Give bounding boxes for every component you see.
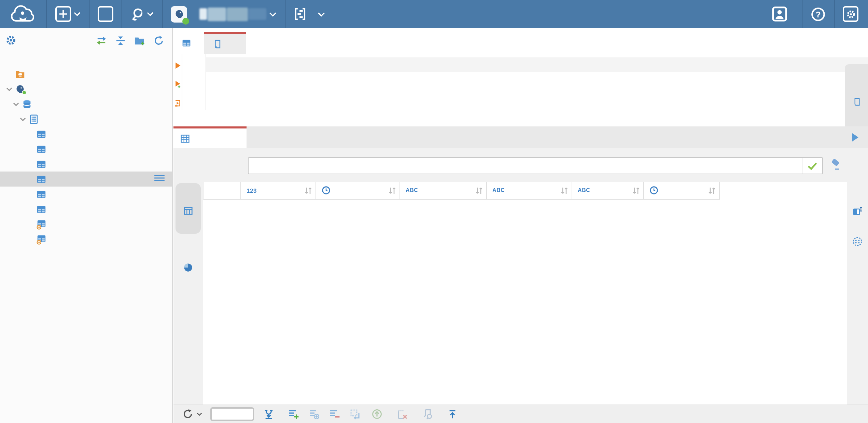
save-button[interactable] [372, 409, 386, 420]
tab-value-panel[interactable] [847, 202, 868, 217]
driver-manager-button[interactable] [122, 0, 162, 28]
refresh-icon [182, 409, 193, 420]
add-row-button[interactable] [288, 409, 299, 420]
item-menu-icon[interactable] [154, 174, 165, 182]
tab-sql-editor-panel[interactable] [845, 64, 868, 134]
tree-item-table-dept-emp[interactable] [0, 141, 172, 156]
navigator-settings-icon[interactable] [5, 35, 16, 46]
column-header-gender[interactable]: ABC [572, 182, 644, 199]
tree-item-new-folder[interactable] [0, 66, 172, 81]
help-icon: ? [811, 6, 826, 22]
settings-button[interactable] [835, 0, 868, 28]
transpose-icon [350, 409, 361, 420]
table-icon [36, 129, 46, 139]
filter-bar [173, 148, 868, 182]
clear-filter-icon[interactable] [828, 159, 841, 171]
duplicate-row-button[interactable] [309, 409, 320, 420]
transpose-button[interactable] [350, 409, 361, 420]
tab-sql-editor[interactable] [204, 32, 246, 54]
apply-filter-button[interactable] [802, 158, 822, 174]
tab-charts-view[interactable] [176, 238, 201, 292]
tree-item-database-employee[interactable] [0, 96, 172, 111]
revert-button[interactable] [397, 409, 411, 420]
open-sql-editor-button[interactable] [89, 0, 122, 28]
sort-icon[interactable] [475, 186, 483, 194]
user-avatar-icon [772, 6, 787, 22]
tree-item-table-employee-selected[interactable] [0, 172, 172, 187]
view-icon [36, 219, 46, 229]
maximize-panel-icon[interactable] [852, 133, 858, 141]
sync-connections-icon[interactable] [96, 35, 107, 45]
add-row-icon [288, 409, 299, 420]
column-header-birth-date[interactable] [316, 182, 400, 199]
refresh-tree-icon[interactable] [154, 35, 164, 45]
folder-db-icon [14, 69, 25, 79]
app: ? [0, 0, 868, 423]
column-header-index[interactable] [204, 182, 241, 199]
tree-item-table-title[interactable] [0, 202, 172, 217]
sort-icon[interactable] [389, 186, 396, 194]
result-tab-row [173, 126, 868, 148]
tree-item-table-department[interactable] [0, 126, 172, 141]
tree-item-view-current-dept-emp[interactable] [0, 217, 172, 232]
number-type-icon: 123 [247, 187, 257, 194]
tree-item-connection[interactable] [0, 81, 172, 96]
filter-input-box [248, 157, 823, 174]
duplicate-row-icon [309, 409, 320, 420]
column-header-last-name[interactable]: ABC [487, 182, 572, 199]
help-button[interactable]: ? [802, 0, 834, 28]
execute-new-tab-icon[interactable] [174, 80, 182, 89]
schema-selector[interactable] [285, 0, 333, 28]
user-menu[interactable] [764, 6, 802, 22]
tab-table-view[interactable] [176, 183, 201, 234]
script-preview-icon [422, 409, 433, 420]
table-icon [36, 144, 46, 154]
presentation-tabs [173, 182, 203, 405]
fetch-more-button[interactable] [264, 409, 277, 419]
navigator-sidebar [0, 28, 173, 423]
tree-item-table-salary[interactable] [0, 187, 172, 202]
chevron-expanded-icon[interactable] [11, 101, 21, 106]
new-connection-button[interactable] [47, 0, 89, 28]
execute-query-icon[interactable] [174, 62, 182, 70]
tree-item-table-dept-manager[interactable] [0, 156, 172, 172]
result-toolbar [173, 405, 868, 423]
chevron-down-icon [197, 412, 202, 416]
chevron-expanded-icon[interactable] [4, 86, 14, 91]
filter-input[interactable] [249, 158, 802, 174]
sql-icon [98, 6, 113, 22]
chevron-down-icon [269, 11, 277, 17]
chevron-down-icon [74, 12, 81, 16]
add-folder-icon[interactable] [134, 35, 145, 45]
column-header-first-name[interactable]: ABC [400, 182, 487, 199]
database-tree [0, 66, 172, 247]
string-type-icon: ABC [578, 187, 590, 193]
datetime-type-icon [649, 186, 658, 195]
column-header-hire-date[interactable] [644, 182, 720, 199]
result-grid-area: 123 ABC ABC [203, 182, 847, 405]
chevron-expanded-icon[interactable] [18, 117, 28, 121]
tab-employee[interactable] [173, 32, 204, 54]
tab-grouping-panel[interactable] [847, 232, 868, 247]
grid-header: 123 ABC ABC [204, 182, 720, 200]
refresh-results-button[interactable] [182, 409, 202, 420]
connection-selector[interactable] [163, 0, 285, 28]
tab-result-1[interactable] [173, 126, 247, 148]
execute-script-icon[interactable] [174, 99, 182, 107]
row-limit-input[interactable] [210, 407, 254, 421]
sort-icon[interactable] [632, 186, 640, 194]
main-area: 123 ABC ABC [173, 28, 868, 423]
sort-icon[interactable] [561, 186, 568, 194]
editor-action-bar [173, 54, 182, 110]
table-icon [36, 159, 46, 169]
sort-icon[interactable] [305, 186, 312, 194]
column-header-emp-no[interactable]: 123 [241, 182, 316, 199]
export-button[interactable] [447, 409, 461, 419]
tree-item-schema-public[interactable] [0, 111, 172, 126]
script-button[interactable] [422, 409, 436, 420]
delete-row-button[interactable] [329, 409, 340, 420]
collapse-all-icon[interactable] [115, 35, 126, 45]
tree-item-view-dept-emp-latest-date[interactable] [0, 232, 172, 247]
sort-icon[interactable] [708, 186, 716, 194]
script-icon [212, 39, 222, 49]
